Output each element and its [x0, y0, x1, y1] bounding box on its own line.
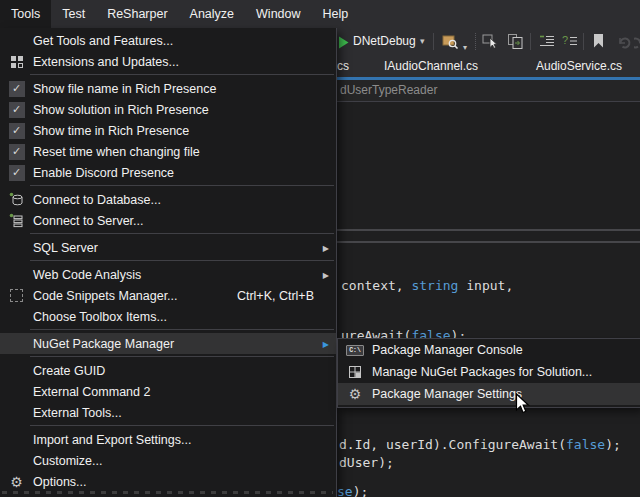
code-line: se);: [337, 484, 368, 497]
menu-item-package-manager-settings[interactable]: ⚙ Package Manager Settings: [338, 383, 640, 405]
code-line: d.Id, userId).ConfigureAwait(false);: [339, 437, 621, 452]
menubar-item-resharper[interactable]: ReSharper: [96, 0, 178, 28]
menubar-item-analyze[interactable]: Analyze: [179, 0, 245, 28]
gear-icon: ⚙: [10, 475, 23, 489]
menu-item-package-manager-console[interactable]: C:\ Package Manager Console: [338, 339, 640, 361]
checkmark-icon: ✓: [9, 144, 25, 160]
submenu-arrow-icon: ▶: [323, 339, 329, 348]
menubar-item-tools[interactable]: Tools: [0, 0, 51, 28]
menu-item-external-tools[interactable]: External Tools...: [0, 402, 336, 423]
code-line: context, string input,: [341, 278, 513, 293]
menu-separator: [30, 260, 334, 261]
checkmark-icon: ✓: [9, 81, 25, 97]
menu-separator: [30, 356, 334, 357]
server-icon: [0, 213, 33, 228]
menu-item-get-tools-and-features[interactable]: Get Tools and Features...: [0, 30, 336, 51]
debug-target-chevron-icon[interactable]: ▾: [420, 28, 425, 55]
menu-separator: [30, 74, 334, 75]
gear-icon: ⚙: [349, 387, 362, 401]
database-icon: [0, 192, 33, 207]
menu-bar: Tools Test ReSharper Analyze Window Help: [0, 0, 640, 28]
toolbar-separator: [583, 33, 584, 50]
bookmark-icon[interactable]: [592, 33, 605, 53]
menu-item-extensions-and-updates[interactable]: Extensions and Updates...: [0, 51, 336, 72]
indent-icon[interactable]: [539, 33, 556, 54]
toolbar-separator: [530, 33, 531, 50]
editor-divider: [337, 241, 640, 243]
toolbar-separator: [475, 33, 477, 50]
menu-item-choose-toolbox-items[interactable]: Choose Toolbox Items...: [0, 306, 336, 327]
menu-item-external-command-2[interactable]: External Command 2: [0, 381, 336, 402]
tab-iaudiochannel[interactable]: IAudioChannel.cs: [384, 55, 478, 77]
menu-separator: [30, 233, 334, 234]
undo-icon[interactable]: [617, 34, 632, 53]
menu-item-show-solution[interactable]: ✓ Show solution in Rich Presence: [0, 99, 336, 120]
svg-text:?: ?: [562, 34, 568, 46]
comment-icon[interactable]: ?: [562, 33, 579, 54]
menu-item-connect-to-server[interactable]: Connect to Server...: [0, 210, 336, 231]
tab-audioservice[interactable]: AudioService.cs: [536, 55, 622, 77]
menu-item-enable-discord-presence[interactable]: ✓ Enable Discord Presence: [0, 162, 336, 183]
menu-item-sql-server[interactable]: SQL Server ▶: [0, 237, 336, 258]
run-icon[interactable]: [338, 35, 349, 53]
tab-partial[interactable]: cs: [337, 55, 349, 77]
breadcrumb[interactable]: dUserTypeReader: [340, 83, 437, 97]
checkmark-icon: ✓: [9, 102, 25, 118]
code-editor[interactable]: context, string input, ureAwait(false); …: [335, 101, 640, 497]
submenu-arrow-icon: ▶: [323, 270, 329, 279]
nuget-package-manager-submenu: C:\ Package Manager Console Manage NuGet…: [337, 338, 640, 408]
menu-separator: [30, 425, 334, 426]
menu-item-import-export-settings[interactable]: Import and Export Settings...: [0, 429, 336, 450]
shortcut-label: Ctrl+K, Ctrl+B: [237, 289, 314, 303]
menu-item-customize[interactable]: Customize...: [0, 450, 336, 471]
pointer-icon[interactable]: [482, 33, 499, 54]
menu-item-manage-nuget-packages[interactable]: Manage NuGet Packages for Solution...: [338, 361, 640, 383]
menu-item-nuget-package-manager[interactable]: NuGet Package Manager ▶: [0, 333, 336, 354]
submenu-arrow-icon: ▶: [323, 243, 329, 252]
toolbar-separator: [433, 33, 434, 50]
breadcrumb-bar: dUserTypeReader: [335, 80, 640, 101]
paste-icon[interactable]: [507, 33, 524, 54]
menu-item-show-time[interactable]: ✓ Show time in Rich Presence: [0, 120, 336, 141]
checkmark-icon: ✓: [9, 123, 25, 139]
checkmark-icon: ✓: [9, 165, 25, 181]
menu-separator: [30, 329, 334, 330]
find-icon[interactable]: [442, 33, 459, 54]
debug-target-label[interactable]: DNetDebug: [353, 28, 416, 55]
redo-icon[interactable]: [634, 34, 640, 53]
tools-menu: Get Tools and Features... Extensions and…: [0, 28, 337, 497]
package-icon: [338, 365, 372, 379]
menu-item-code-snippets-manager[interactable]: Code Snippets Manager... Ctrl+K, Ctrl+B: [0, 285, 336, 306]
menu-separator: [30, 185, 334, 186]
menu-item-reset-time[interactable]: ✓ Reset time when changing file: [0, 141, 336, 162]
menu-item-web-code-analysis[interactable]: Web Code Analysis ▶: [0, 264, 336, 285]
snippets-icon: [0, 289, 33, 302]
menubar-item-help[interactable]: Help: [312, 0, 360, 28]
menubar-item-test[interactable]: Test: [51, 0, 96, 28]
menu-item-options[interactable]: ⚙ Options...: [0, 471, 336, 492]
vs-window: Tools Test ReSharper Analyze Window Help…: [0, 0, 640, 497]
mouse-cursor: [515, 393, 530, 415]
menu-item-connect-to-database[interactable]: Connect to Database...: [0, 189, 336, 210]
editor-divider: [337, 229, 640, 231]
menu-item-create-guid[interactable]: Create GUID: [0, 360, 336, 381]
menubar-item-window[interactable]: Window: [245, 0, 311, 28]
extensions-icon: [0, 55, 33, 69]
code-line: dUser);: [339, 455, 394, 470]
menu-item-show-file-name[interactable]: ✓ Show file name in Rich Presence: [0, 78, 336, 99]
console-icon: C:\: [346, 345, 364, 356]
menu-bottom-edge: [2, 491, 333, 494]
